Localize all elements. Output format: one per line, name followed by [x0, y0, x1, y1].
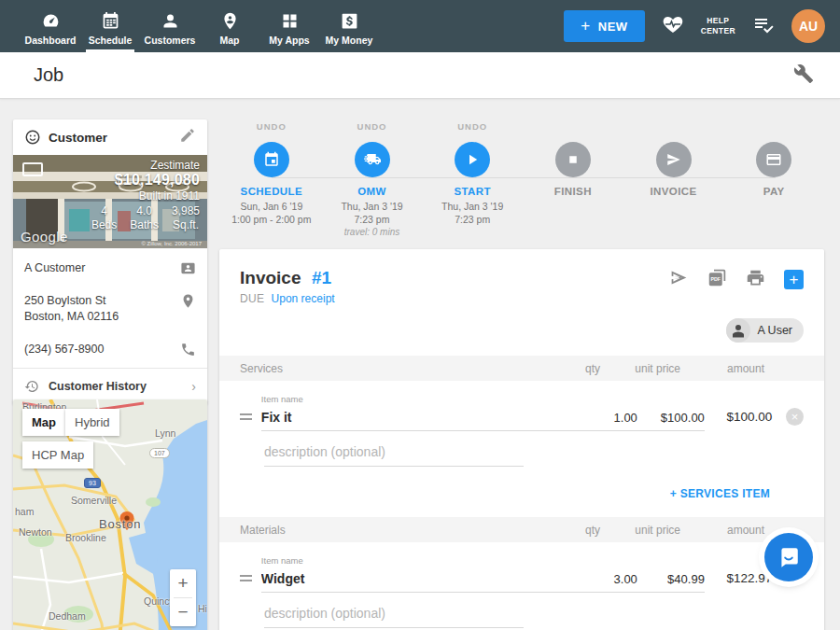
health-heart-icon[interactable] [662, 13, 684, 39]
photo-copyright: © Zillow, Inc. 2006-2017 [142, 241, 202, 246]
chat-bubble-button[interactable] [764, 533, 813, 581]
assignee-avatar-icon [726, 318, 750, 343]
timeline-step-schedule: UNDO SCHEDULE Sun, Jan 6 '191:00 pm - 2:… [221, 121, 322, 243]
customer-face-icon [24, 129, 41, 146]
finish-step-circle[interactable] [555, 142, 591, 177]
amount-column-header: amount [680, 524, 764, 537]
contact-card-icon[interactable] [180, 260, 196, 276]
nav-item-map[interactable]: Map [200, 0, 259, 52]
send-invoice-icon[interactable] [669, 268, 689, 291]
omw-step-circle[interactable] [355, 142, 390, 177]
new-button[interactable]: + NEW [564, 10, 644, 42]
nav-label: Schedule [89, 35, 133, 46]
nav-item-schedule[interactable]: Schedule [80, 0, 140, 52]
material-item-name-input[interactable] [261, 569, 583, 593]
service-unit-price-input[interactable] [637, 409, 705, 431]
property-photo: Zestimate $10,149,080 Built in 1911 4Bed… [13, 155, 207, 248]
chevron-right-icon: › [191, 379, 196, 394]
help-center-line2: CENTER [701, 26, 735, 36]
wrench-icon[interactable] [793, 63, 814, 88]
nav-label: Dashboard [25, 35, 77, 46]
unit-price-column-header: unit price [600, 524, 680, 537]
material-unit-price-input[interactable] [637, 570, 705, 593]
undo-omw-button[interactable]: UNDO [357, 121, 387, 136]
service-item-name-input[interactable] [261, 408, 583, 431]
map-zoom-control: + − [170, 569, 196, 626]
step-datetime: Thu, Jan 3 '197:23 pm [441, 200, 503, 226]
service-description-input[interactable] [264, 442, 524, 467]
map-label-somerville: Somerville [71, 495, 117, 506]
map-type-map-button[interactable]: Map [22, 409, 65, 436]
map-type-hcp-button[interactable]: HCP Map [22, 441, 93, 469]
start-step-circle[interactable] [455, 142, 490, 177]
user-avatar[interactable]: AU [791, 9, 825, 43]
qty-column-header: qty [539, 524, 600, 537]
history-clock-icon [24, 379, 39, 394]
assignee-chip[interactable]: A User [726, 318, 804, 343]
customer-name-row: A Customer [13, 252, 207, 285]
nav-item-customers[interactable]: Customers [140, 0, 200, 52]
add-invoice-button[interactable]: + [784, 270, 804, 289]
customers-icon [161, 11, 180, 31]
nav-item-dashboard[interactable]: Dashboard [21, 0, 80, 52]
page-title: Job [34, 64, 63, 86]
nav-label: My Money [326, 35, 373, 46]
zestimate-value: $10,149,080 [91, 172, 200, 189]
remove-service-item-button[interactable]: × [786, 408, 804, 426]
item-name-label: Item name [261, 555, 583, 566]
map-label-brookline: Brookline [65, 532, 106, 543]
materials-title: Materials [240, 524, 539, 537]
material-qty-input[interactable] [583, 570, 637, 593]
step-datetime: Sun, Jan 6 '191:00 pm - 2:00 pm [231, 200, 311, 226]
map-zoom-in-button[interactable]: + [170, 569, 196, 597]
route-107-shield: 107 [149, 448, 170, 458]
invoice-card: Invoice #1 DUE Upon receipt PDF [219, 249, 824, 630]
customer-phone: (234) 567-8900 [24, 342, 173, 357]
phone-icon[interactable] [180, 342, 196, 357]
undo-schedule-button[interactable]: UNDO [257, 121, 287, 136]
customer-history-label: Customer History [49, 380, 182, 393]
location-pin-icon[interactable] [180, 293, 196, 309]
services-line-item: Item name $100.00 × + SERVICES ITEM [219, 381, 824, 517]
plus-icon: + [581, 17, 590, 35]
step-label: PAY [763, 186, 785, 197]
undo-start-button[interactable]: UNDO [457, 121, 487, 136]
timeline-step-omw: UNDO OMW Thu, Jan 3 '197:23 pm travel: 0… [322, 121, 423, 243]
chat-bubble-icon [777, 545, 801, 569]
customer-card-title: Customer [49, 131, 172, 145]
help-center-button[interactable]: HELP CENTER [701, 16, 735, 35]
map-type-hybrid-button[interactable]: Hybrid [65, 409, 119, 436]
drag-handle-icon[interactable] [240, 572, 252, 584]
due-terms-link[interactable]: Upon receipt [272, 292, 335, 305]
stop-icon [565, 151, 581, 168]
nav-label: My Apps [269, 35, 309, 46]
nav-item-my-money[interactable]: My Money [319, 0, 379, 52]
map-label-boston: Boston [99, 517, 141, 531]
nav-item-my-apps[interactable]: My Apps [259, 0, 319, 52]
checklist-icon[interactable] [752, 13, 775, 39]
map-zoom-out-button[interactable]: − [170, 598, 196, 626]
pdf-icon[interactable]: PDF [707, 268, 727, 291]
customer-card: Customer [13, 119, 207, 404]
built-year: Built in 1911 [91, 189, 200, 203]
customer-address: 250 Boylston St Boston, MA 02116 [24, 293, 173, 325]
pay-step-circle[interactable] [756, 142, 791, 177]
invoice-number[interactable]: #1 [312, 268, 331, 287]
pencil-icon[interactable] [179, 127, 196, 147]
add-services-item-link[interactable]: + SERVICES ITEM [670, 487, 770, 500]
assignee-name: A User [757, 324, 792, 337]
drag-handle-icon[interactable] [240, 411, 252, 423]
photo-fullscreen-icon[interactable] [22, 162, 43, 176]
invoice-step-circle[interactable] [656, 142, 692, 177]
material-description-input[interactable] [264, 604, 524, 628]
dashboard-icon [41, 11, 61, 31]
service-qty-input[interactable] [583, 409, 637, 431]
help-center-line1: HELP [701, 16, 735, 26]
step-datetime: Thu, Jan 3 '197:23 pm [341, 200, 402, 226]
customer-name: A Customer [24, 260, 173, 276]
amount-column-header: amount [680, 362, 764, 375]
print-icon[interactable] [746, 268, 765, 291]
beds-stat: 4Beds [91, 204, 117, 232]
new-button-label: NEW [598, 20, 628, 34]
schedule-step-circle[interactable] [254, 142, 289, 177]
